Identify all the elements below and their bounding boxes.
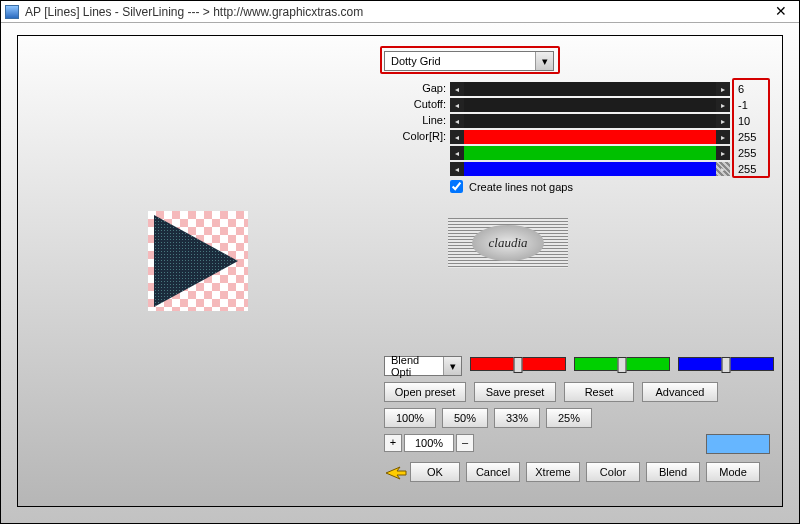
blend-r-slider[interactable]: [470, 356, 566, 372]
cancel-button[interactable]: Cancel: [466, 462, 520, 482]
color-g-value: 255: [738, 146, 766, 160]
titlebar: AP [Lines] Lines - SilverLining --- > ht…: [1, 1, 799, 23]
cutoff-slider[interactable]: ◂ ▸: [450, 98, 730, 112]
open-preset-button[interactable]: Open preset: [384, 382, 466, 402]
color-b-value: 255: [738, 162, 766, 176]
arrow-left-icon[interactable]: ◂: [450, 146, 464, 160]
arrow-left-icon[interactable]: ◂: [450, 82, 464, 96]
reset-button[interactable]: Reset: [564, 382, 634, 402]
create-lines-label: Create lines not gaps: [469, 181, 573, 193]
window-title: AP [Lines] Lines - SilverLining --- > ht…: [25, 5, 767, 19]
color-b-track[interactable]: [464, 162, 716, 176]
arrow-right-icon[interactable]: ▸: [716, 162, 730, 176]
blend-b-slider[interactable]: [678, 356, 774, 372]
arrow-right-icon[interactable]: ▸: [716, 82, 730, 96]
zoom-value[interactable]: 100%: [404, 434, 454, 452]
cutoff-track[interactable]: [464, 98, 716, 112]
arrow-right-icon[interactable]: ▸: [716, 98, 730, 112]
slider-thumb[interactable]: [618, 357, 627, 373]
color-swatch[interactable]: [706, 434, 770, 454]
save-preset-button[interactable]: Save preset: [474, 382, 556, 402]
preview-area: [148, 211, 248, 311]
gap-track[interactable]: [464, 82, 716, 96]
blend-button[interactable]: Blend: [646, 462, 700, 482]
line-label: Line:: [380, 114, 446, 126]
pointer-icon: [384, 464, 408, 482]
inner-panel: Dotty Grid ▾ Gap: Cutoff: Line: Color[R]…: [17, 35, 783, 507]
zoom-row: + 100% –: [384, 434, 474, 452]
line-value: 10: [738, 114, 766, 128]
chevron-down-icon: ▾: [443, 357, 461, 375]
cutoff-value: -1: [738, 98, 766, 112]
line-slider[interactable]: ◂ ▸: [450, 114, 730, 128]
gap-value: 6: [738, 82, 766, 96]
zoom-50-button[interactable]: 50%: [442, 408, 488, 428]
blend-b-track: [678, 357, 774, 371]
window-frame: AP [Lines] Lines - SilverLining --- > ht…: [0, 0, 800, 524]
create-lines-checkbox-row: Create lines not gaps: [450, 180, 573, 193]
color-g-slider[interactable]: ◂ ▸: [450, 146, 730, 160]
blend-r-track: [470, 357, 566, 371]
color-r-value: 255: [738, 130, 766, 144]
advanced-button[interactable]: Advanced: [642, 382, 718, 402]
blend-options-text: Blend Opti: [385, 354, 443, 378]
arrow-right-icon[interactable]: ▸: [716, 146, 730, 160]
chevron-down-icon: ▾: [535, 52, 553, 70]
cutoff-label: Cutoff:: [380, 98, 446, 110]
arrow-left-icon[interactable]: ◂: [450, 114, 464, 128]
app-icon: [5, 5, 19, 19]
color-b-slider[interactable]: ◂ ▸: [450, 162, 730, 176]
create-lines-checkbox[interactable]: [450, 180, 463, 193]
pattern-dropdown-text: Dotty Grid: [385, 55, 535, 67]
color-r-slider[interactable]: ◂ ▸: [450, 130, 730, 144]
blend-g-track: [574, 357, 670, 371]
zoom-100-button[interactable]: 100%: [384, 408, 436, 428]
blend-options-dropdown[interactable]: Blend Opti ▾: [384, 356, 462, 376]
arrow-right-icon[interactable]: ▸: [716, 130, 730, 144]
blend-g-slider[interactable]: [574, 356, 670, 372]
brand-logo-text: claudia: [472, 225, 544, 261]
zoom-out-button[interactable]: –: [456, 434, 474, 452]
brand-logo: claudia: [448, 218, 568, 268]
color-r-label: Color[R]:: [380, 130, 446, 142]
zoom-25-button[interactable]: 25%: [546, 408, 592, 428]
mode-button[interactable]: Mode: [706, 462, 760, 482]
slider-thumb[interactable]: [514, 357, 523, 373]
arrow-right-icon[interactable]: ▸: [716, 114, 730, 128]
ok-button[interactable]: OK: [410, 462, 460, 482]
zoom-33-button[interactable]: 33%: [494, 408, 540, 428]
arrow-left-icon[interactable]: ◂: [450, 98, 464, 112]
xtreme-button[interactable]: Xtreme: [526, 462, 580, 482]
color-button[interactable]: Color: [586, 462, 640, 482]
gap-label: Gap:: [380, 82, 446, 94]
zoom-in-button[interactable]: +: [384, 434, 402, 452]
color-r-track[interactable]: [464, 130, 716, 144]
gap-slider[interactable]: ◂ ▸: [450, 82, 730, 96]
arrow-left-icon[interactable]: ◂: [450, 130, 464, 144]
pattern-dropdown[interactable]: Dotty Grid ▾: [384, 51, 554, 71]
color-g-track[interactable]: [464, 146, 716, 160]
line-track[interactable]: [464, 114, 716, 128]
close-button[interactable]: ✕: [767, 3, 795, 21]
arrow-left-icon[interactable]: ◂: [450, 162, 464, 176]
slider-thumb[interactable]: [722, 357, 731, 373]
